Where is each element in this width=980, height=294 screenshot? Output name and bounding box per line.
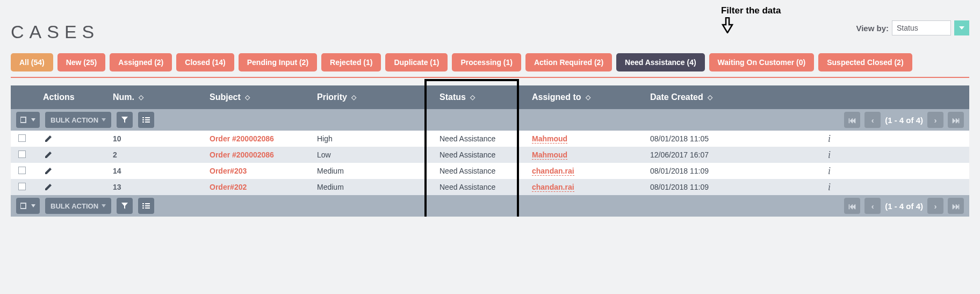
filter-icon [121,202,128,210]
filter-pill[interactable]: Action Required (2) [525,53,612,71]
info-button[interactable]: i [811,182,840,193]
filter-pill[interactable]: Processing (1) [452,53,521,71]
cell-assigned[interactable]: Mahmoud [532,150,567,160]
select-all-button[interactable] [16,198,40,214]
viewby-label: View by: [856,24,889,33]
svg-rect-1 [142,117,144,118]
caret-down-icon [31,118,35,121]
cell-status: Need Assistance [424,134,532,143]
columns-button[interactable] [138,112,154,128]
edit-button[interactable] [43,167,54,175]
pencil-icon [44,183,53,191]
cell-subject[interactable]: Order#203 [210,167,317,175]
edit-button[interactable] [43,134,54,143]
sort-icon: ◇ [586,94,590,101]
cell-subject[interactable]: Order #200002086 [210,134,317,143]
caret-down-icon [102,204,106,207]
bulk-action-button[interactable]: BULK ACTION [45,198,111,214]
svg-rect-11 [145,205,150,206]
page-prev-button[interactable]: ‹ [864,198,881,214]
bulk-action-button[interactable]: BULK ACTION [45,112,111,128]
pencil-icon [44,150,53,159]
pagination-text: (1 - 4 of 4) [885,202,923,211]
svg-rect-12 [142,207,144,209]
col-num[interactable]: Num.◇ [113,92,210,102]
info-button[interactable]: i [811,149,840,161]
cell-assigned[interactable]: Mahmoud [532,134,567,144]
svg-rect-0 [20,117,26,123]
checkbox-icon [20,117,28,123]
svg-rect-10 [142,205,144,206]
filter-pills: All (54)New (25)Assigned (2)Closed (14)P… [11,53,969,78]
table-row: 10Order #200002086HighNeed AssistanceMah… [11,131,969,147]
page-first-button[interactable]: ⏮ [844,198,860,214]
select-all-button[interactable] [16,112,40,128]
table-row: 2Order #200002086LowNeed AssistanceMahmo… [11,147,969,163]
page-next-button[interactable]: › [927,112,943,128]
caret-down-icon [959,26,964,30]
page-next-button[interactable]: › [927,198,943,214]
first-icon: ⏮ [848,202,856,211]
col-date[interactable]: Date Created◇ [650,92,811,102]
annotation-text: Filter the data [721,5,781,16]
grid-toolbar-top: BULK ACTION ⏮ ‹ (1 - 4 of 4) › ⏭ [11,109,969,131]
cell-num: 2 [113,150,210,159]
col-subject[interactable]: Subject◇ [210,92,317,102]
cell-date: 12/06/2017 16:07 [650,150,811,159]
filter-pill[interactable]: Duplicate (1) [385,53,448,71]
table-row: 13Order#202MediumNeed Assistancechandan.… [11,179,969,195]
row-checkbox[interactable] [18,150,26,158]
svg-rect-7 [20,203,26,209]
row-checkbox[interactable] [18,183,26,190]
cell-priority: Medium [317,167,424,175]
filter-pill[interactable]: Waiting On Customer (0) [709,53,815,71]
svg-rect-6 [145,121,150,123]
cell-subject[interactable]: Order#202 [210,183,317,191]
row-checkbox[interactable] [18,167,26,174]
filter-pill[interactable]: Pending Input (2) [239,53,317,71]
sort-icon: ◇ [470,94,475,101]
info-button[interactable]: i [811,166,840,177]
cell-date: 08/01/2018 11:09 [650,183,811,191]
svg-rect-8 [142,203,144,204]
filter-pill[interactable]: Rejected (1) [321,53,381,71]
col-assigned[interactable]: Assigned to◇ [532,92,650,102]
filter-pill[interactable]: Closed (14) [176,53,234,71]
cell-assigned[interactable]: chandan.rai [532,183,574,192]
cell-status: Need Assistance [424,150,532,159]
cell-subject[interactable]: Order #200002086 [210,150,317,159]
sort-icon: ◇ [139,94,143,101]
svg-rect-9 [145,203,150,204]
col-status[interactable]: Status◇ [424,92,532,102]
page-last-button[interactable]: ⏭ [948,112,964,128]
viewby-dropdown-button[interactable] [954,20,969,35]
cell-priority: Low [317,150,424,159]
cell-priority: Medium [317,183,424,191]
edit-button[interactable] [43,183,54,191]
columns-button[interactable] [138,198,154,214]
svg-rect-5 [142,121,144,123]
col-priority[interactable]: Priority◇ [317,92,424,102]
filter-button[interactable] [117,112,133,128]
list-icon [142,203,150,209]
cell-assigned[interactable]: chandan.rai [532,167,574,176]
filter-pill[interactable]: All (54) [11,53,53,71]
row-checkbox[interactable] [18,134,26,142]
viewby-select[interactable]: Status [892,20,951,35]
sort-icon: ◇ [245,94,250,101]
filter-pill[interactable]: Need Assistance (4) [616,53,705,71]
page-last-button[interactable]: ⏭ [948,198,964,214]
filter-pill[interactable]: Assigned (2) [110,53,172,71]
filter-button[interactable] [117,198,133,214]
list-icon [142,117,150,123]
page-prev-button[interactable]: ‹ [864,112,881,128]
cell-status: Need Assistance [424,183,532,191]
edit-button[interactable] [43,150,54,159]
filter-pill[interactable]: New (25) [57,53,106,71]
sort-icon: ◇ [351,94,356,101]
filter-pill[interactable]: Suspected Closed (2) [818,53,912,71]
info-button[interactable]: i [811,133,840,145]
prev-icon: ‹ [871,202,874,211]
page-first-button[interactable]: ⏮ [844,112,860,128]
grid-toolbar-bottom: BULK ACTION ⏮ ‹ (1 - 4 of 4) › ⏭ [11,195,969,217]
